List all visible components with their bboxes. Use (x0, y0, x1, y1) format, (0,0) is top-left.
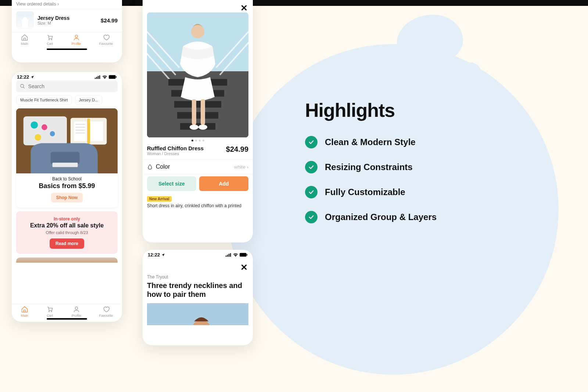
tab-favourite[interactable]: Favourite (99, 34, 113, 46)
select-size-button[interactable]: Select size (147, 176, 196, 191)
tab-cart-label: Cart (47, 314, 53, 317)
close-icon[interactable]: ✕ (240, 4, 248, 12)
search-icon (20, 83, 25, 89)
close-icon[interactable]: ✕ (240, 263, 248, 272)
check-icon (305, 136, 318, 148)
sale-headline: Extra 20% off all sale style (21, 222, 113, 229)
tab-bar: Main Cart Profile Favourite (12, 32, 122, 48)
tab-main[interactable]: Main (21, 306, 28, 317)
check-icon (305, 211, 318, 223)
highlight-item: Resizing Constraints (305, 161, 503, 173)
search-box[interactable] (16, 80, 118, 92)
phone-product-detail: ✕ Ruffled Chiffo (143, 0, 253, 242)
order-item-size: Size: M (37, 21, 97, 25)
home-icon (21, 34, 28, 41)
svg-rect-48 (247, 254, 247, 256)
highlight-text: Clean & Modern Style (325, 137, 416, 147)
tab-favourite-label: Favourite (99, 314, 113, 317)
bg-blob-dot (459, 62, 481, 84)
tab-profile[interactable]: Profile (72, 306, 81, 317)
view-order-details-link[interactable]: View ordered details › (12, 1, 122, 9)
svg-rect-44 (227, 255, 228, 257)
svg-rect-43 (226, 255, 226, 256)
wifi-icon (233, 253, 238, 257)
svg-point-42 (198, 125, 207, 130)
order-item-price: $24.99 (101, 17, 118, 24)
battery-icon (240, 253, 248, 257)
order-item-row[interactable]: Jersey Dress Size: M $24.99 (12, 9, 122, 32)
tab-favourite[interactable]: Favourite (99, 306, 113, 317)
battery-icon (109, 75, 117, 79)
product-price: $24.99 (226, 145, 248, 154)
search-input[interactable] (28, 83, 114, 89)
tab-profile-label: Profile (72, 42, 81, 46)
add-button[interactable]: Add (199, 176, 248, 191)
highlights-section: Highlights Clean & Modern Style Resizing… (305, 99, 503, 236)
home-icon (21, 306, 28, 313)
view-order-details-label: View ordered details (16, 1, 56, 7)
drop-icon (147, 164, 153, 170)
color-selector-row[interactable]: Color white › (143, 159, 253, 174)
sale-subtext: Offer calid through 8/23 (21, 230, 113, 235)
highlight-text: Fully Customizable (325, 187, 405, 197)
tab-main-label: Main (21, 314, 28, 317)
svg-point-14 (50, 131, 55, 136)
tab-bar: Main Cart Profile Favourite (12, 304, 122, 320)
phone-article: 12:22 ✕ The Tryout Three trendy neckline… (143, 250, 253, 345)
highlight-item: Organized Group & Layers (305, 211, 503, 223)
svg-point-7 (21, 84, 24, 88)
phone-home-search: 12:22 Muscle Fit Turtleneck Shirt Jersey… (12, 72, 122, 322)
sale-card[interactable]: In-store only Extra 20% off all sale sty… (16, 211, 118, 254)
check-icon (305, 186, 318, 198)
product-category: Woman / Dresses (147, 151, 204, 156)
chip-item[interactable]: Muscle Fit Turtleneck Shirt (16, 95, 72, 105)
svg-rect-4 (99, 75, 100, 79)
highlight-item: Clean & Modern Style (305, 136, 503, 148)
svg-rect-22 (87, 119, 90, 144)
svg-rect-10 (24, 116, 67, 145)
heart-icon (103, 306, 110, 313)
tab-main[interactable]: Main (21, 34, 28, 46)
svg-point-0 (75, 35, 78, 37)
order-item-thumb (16, 11, 34, 29)
highlights-title: Highlights (305, 99, 503, 121)
tab-cart[interactable]: Cart (46, 34, 54, 46)
chevron-right-icon: › (247, 164, 248, 170)
svg-rect-17 (89, 121, 103, 141)
tab-cart[interactable]: Cart (46, 306, 54, 317)
product-hero-image[interactable] (147, 12, 248, 137)
promo-card[interactable]: Back to School Basics from $5.99 Shop No… (16, 108, 118, 208)
order-item-name: Jersey Dress (37, 15, 97, 21)
svg-rect-1 (95, 78, 96, 79)
read-more-button[interactable]: Read more (50, 238, 84, 249)
profile-icon (73, 34, 80, 41)
promo-image (16, 108, 118, 173)
svg-point-38 (191, 25, 204, 38)
promo-eyebrow: Back to School (21, 176, 113, 181)
svg-point-11 (31, 121, 38, 129)
svg-rect-6 (116, 76, 116, 78)
tab-profile[interactable]: Profile (72, 34, 81, 46)
article-title: Three trendy necklines and how to pair t… (143, 281, 253, 299)
color-value: white (234, 164, 245, 170)
profile-icon (73, 306, 80, 313)
svg-rect-5 (109, 75, 116, 79)
chip-item[interactable]: Jersey D... (75, 95, 103, 105)
svg-point-12 (42, 124, 47, 130)
home-indicator (47, 318, 87, 320)
signal-icon (95, 75, 101, 79)
article-tag: The Tryout (143, 258, 253, 281)
tab-cart-label: Cart (47, 42, 53, 46)
order-delivered-line: Delivered on Mar 11, 2020 (16, 0, 68, 1)
shop-now-button[interactable]: Shop Now (51, 193, 83, 202)
status-bar: 12:22 (12, 72, 122, 80)
order-total: Total: $24.99 (92, 0, 118, 1)
article-hero-image (147, 303, 248, 325)
status-time: 12:22 (148, 252, 160, 258)
svg-rect-39 (192, 99, 196, 125)
tab-favourite-label: Favourite (99, 42, 113, 46)
status-bar: 12:22 (143, 250, 253, 258)
chevron-right-icon: › (58, 1, 59, 7)
color-label: Color (156, 163, 170, 170)
svg-point-13 (35, 134, 41, 141)
